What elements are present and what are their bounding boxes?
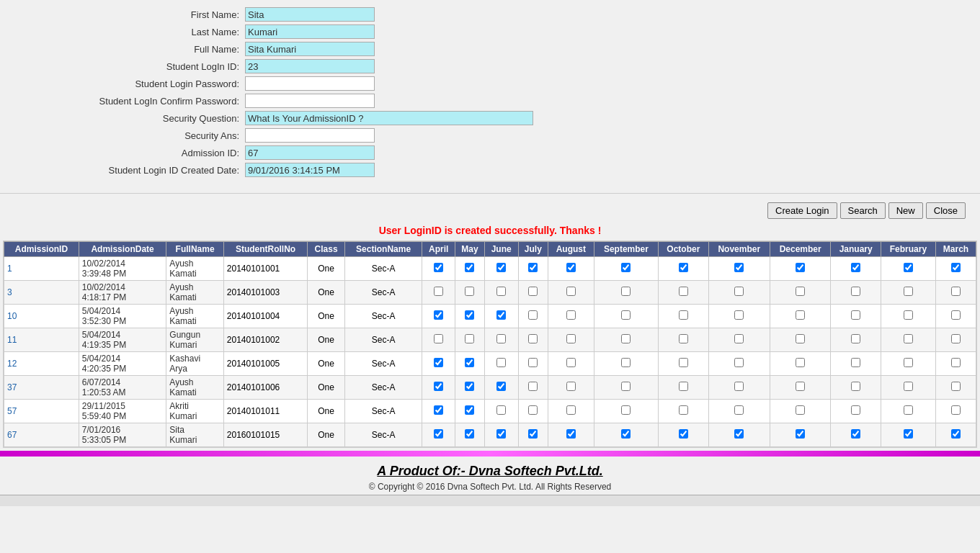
checkbox-july[interactable] [528, 287, 538, 296]
checkbox-august[interactable] [566, 310, 576, 320]
cell-january[interactable] [831, 305, 881, 328]
cell-october[interactable] [659, 400, 708, 423]
cell-admission-id[interactable]: 37 [4, 376, 79, 400]
cell-june[interactable] [484, 281, 518, 305]
checkbox-january[interactable] [851, 287, 860, 296]
cell-november[interactable] [708, 281, 770, 305]
checkbox-january[interactable] [851, 310, 860, 320]
cell-october[interactable] [659, 305, 708, 328]
cell-august[interactable] [548, 257, 594, 281]
checkbox-november[interactable] [734, 429, 744, 439]
checkbox-june[interactable] [496, 334, 506, 343]
checkbox-may[interactable] [465, 310, 474, 320]
cell-november[interactable] [708, 305, 770, 328]
cell-admission-id[interactable]: 67 [4, 423, 79, 447]
checkbox-september[interactable] [621, 405, 631, 415]
cell-march[interactable] [935, 400, 976, 423]
checkbox-may[interactable] [465, 358, 474, 367]
cell-january[interactable] [831, 281, 881, 305]
checkbox-december[interactable] [796, 429, 805, 439]
checkbox-december[interactable] [796, 405, 805, 415]
cell-august[interactable] [548, 352, 594, 376]
horizontal-scrollbar[interactable] [0, 495, 980, 506]
cell-december[interactable] [770, 257, 831, 281]
checkbox-may[interactable] [465, 263, 474, 272]
cell-october[interactable] [659, 328, 708, 352]
checkbox-march[interactable] [951, 310, 961, 320]
cell-february[interactable] [881, 423, 935, 447]
checkbox-august[interactable] [566, 334, 576, 343]
checkbox-march[interactable] [951, 358, 961, 367]
checkbox-august[interactable] [566, 263, 576, 272]
cell-october[interactable] [659, 281, 708, 305]
form-input-1[interactable] [245, 24, 375, 39]
form-input-5[interactable] [245, 94, 375, 108]
cell-december[interactable] [770, 376, 831, 400]
checkbox-april[interactable] [434, 405, 443, 415]
cell-july[interactable] [518, 281, 548, 305]
cell-may[interactable] [455, 400, 485, 423]
cell-january[interactable] [831, 423, 881, 447]
checkbox-november[interactable] [734, 382, 744, 391]
checkbox-august[interactable] [566, 358, 576, 367]
cell-may[interactable] [455, 423, 485, 447]
search-button[interactable]: Search [840, 202, 886, 219]
cell-september[interactable] [594, 423, 659, 447]
new-button[interactable]: New [888, 202, 923, 219]
checkbox-february[interactable] [904, 334, 913, 343]
cell-july[interactable] [518, 257, 548, 281]
cell-admission-id[interactable]: 1 [4, 257, 79, 281]
checkbox-june[interactable] [496, 263, 506, 272]
cell-february[interactable] [881, 400, 935, 423]
checkbox-june[interactable] [496, 429, 506, 439]
checkbox-january[interactable] [851, 263, 860, 272]
checkbox-april[interactable] [434, 287, 443, 296]
checkbox-october[interactable] [679, 429, 688, 439]
cell-august[interactable] [548, 328, 594, 352]
cell-april[interactable] [422, 281, 455, 305]
cell-january[interactable] [831, 257, 881, 281]
cell-may[interactable] [455, 305, 485, 328]
cell-april[interactable] [422, 352, 455, 376]
cell-november[interactable] [708, 328, 770, 352]
checkbox-december[interactable] [796, 358, 805, 367]
checkbox-march[interactable] [951, 382, 961, 391]
cell-march[interactable] [935, 305, 976, 328]
cell-april[interactable] [422, 305, 455, 328]
checkbox-september[interactable] [621, 310, 631, 320]
checkbox-may[interactable] [465, 405, 474, 415]
checkbox-august[interactable] [566, 429, 576, 439]
cell-september[interactable] [594, 376, 659, 400]
cell-june[interactable] [484, 257, 518, 281]
cell-january[interactable] [831, 376, 881, 400]
checkbox-january[interactable] [851, 334, 860, 343]
cell-november[interactable] [708, 423, 770, 447]
cell-april[interactable] [422, 423, 455, 447]
cell-april[interactable] [422, 376, 455, 400]
checkbox-september[interactable] [621, 334, 631, 343]
close-button[interactable]: Close [926, 202, 966, 219]
checkbox-june[interactable] [496, 382, 506, 391]
checkbox-may[interactable] [465, 382, 474, 391]
checkbox-april[interactable] [434, 263, 443, 272]
create-login-button[interactable]: Create Login [767, 202, 837, 219]
checkbox-february[interactable] [904, 310, 913, 320]
cell-august[interactable] [548, 400, 594, 423]
checkbox-november[interactable] [734, 358, 744, 367]
cell-august[interactable] [548, 423, 594, 447]
checkbox-november[interactable] [734, 405, 744, 415]
checkbox-march[interactable] [951, 263, 961, 272]
checkbox-july[interactable] [528, 263, 538, 272]
cell-march[interactable] [935, 376, 976, 400]
form-input-2[interactable] [245, 42, 375, 56]
checkbox-october[interactable] [679, 263, 688, 272]
cell-march[interactable] [935, 328, 976, 352]
cell-admission-id[interactable]: 3 [4, 281, 79, 305]
cell-january[interactable] [831, 352, 881, 376]
checkbox-june[interactable] [496, 310, 506, 320]
checkbox-february[interactable] [904, 287, 913, 296]
checkbox-january[interactable] [851, 405, 860, 415]
checkbox-november[interactable] [734, 287, 744, 296]
checkbox-february[interactable] [904, 382, 913, 391]
form-input-4[interactable] [245, 76, 375, 91]
